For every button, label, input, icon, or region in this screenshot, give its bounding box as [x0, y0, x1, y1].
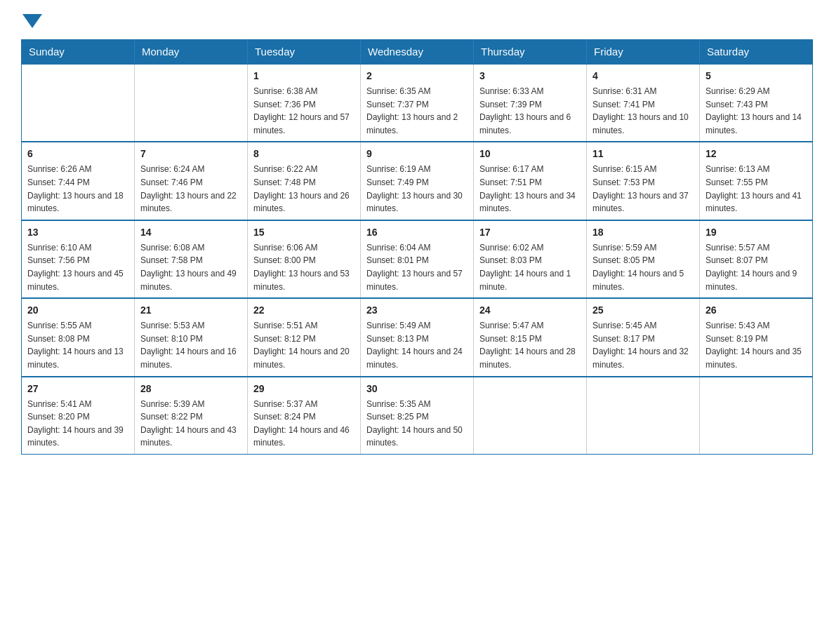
day-number: 23	[366, 303, 468, 318]
day-number: 25	[593, 303, 694, 318]
day-info: Sunrise: 6:04 AMSunset: 8:01 PMDaylight:…	[366, 241, 468, 293]
day-info: Sunrise: 6:02 AMSunset: 8:03 PMDaylight:…	[479, 241, 581, 293]
calendar-week-row: 13Sunrise: 6:10 AMSunset: 7:56 PMDayligh…	[22, 220, 813, 298]
calendar-week-row: 6Sunrise: 6:26 AMSunset: 7:44 PMDaylight…	[22, 142, 813, 220]
day-number: 13	[27, 225, 128, 240]
day-number: 29	[253, 382, 355, 396]
day-info: Sunrise: 5:45 AMSunset: 8:17 PMDaylight:…	[593, 319, 694, 371]
day-info: Sunrise: 6:19 AMSunset: 7:49 PMDaylight:…	[366, 163, 468, 215]
day-info: Sunrise: 6:31 AMSunset: 7:41 PMDaylight:…	[593, 85, 694, 137]
logo	[21, 14, 44, 28]
day-number: 27	[27, 382, 128, 396]
day-info: Sunrise: 6:26 AMSunset: 7:44 PMDaylight:…	[27, 163, 128, 215]
day-number: 26	[706, 303, 807, 318]
day-number: 12	[706, 147, 807, 161]
calendar-day-cell: 10Sunrise: 6:17 AMSunset: 7:51 PMDayligh…	[474, 142, 587, 220]
day-number: 10	[479, 147, 581, 161]
day-info: Sunrise: 6:10 AMSunset: 7:56 PMDaylight:…	[27, 241, 128, 293]
day-number: 28	[140, 382, 241, 396]
calendar-week-row: 27Sunrise: 5:41 AMSunset: 8:20 PMDayligh…	[22, 377, 813, 455]
calendar-day-cell: 18Sunrise: 5:59 AMSunset: 8:05 PMDayligh…	[587, 220, 700, 298]
calendar-day-cell: 22Sunrise: 5:51 AMSunset: 8:12 PMDayligh…	[248, 298, 361, 376]
day-info: Sunrise: 5:47 AMSunset: 8:15 PMDaylight:…	[479, 319, 581, 371]
day-of-week-header: Friday	[587, 40, 700, 65]
day-info: Sunrise: 5:57 AMSunset: 8:07 PMDaylight:…	[706, 241, 807, 293]
day-number: 15	[253, 225, 355, 240]
day-info: Sunrise: 6:38 AMSunset: 7:36 PMDaylight:…	[253, 85, 355, 137]
day-info: Sunrise: 5:39 AMSunset: 8:22 PMDaylight:…	[140, 398, 241, 450]
calendar-day-cell: 4Sunrise: 6:31 AMSunset: 7:41 PMDaylight…	[587, 64, 700, 142]
day-info: Sunrise: 6:35 AMSunset: 7:37 PMDaylight:…	[366, 85, 468, 137]
calendar-day-cell: 9Sunrise: 6:19 AMSunset: 7:49 PMDaylight…	[361, 142, 474, 220]
day-number: 24	[479, 303, 581, 318]
day-info: Sunrise: 6:15 AMSunset: 7:53 PMDaylight:…	[593, 163, 694, 215]
day-of-week-header: Monday	[135, 40, 248, 65]
calendar-day-cell: 13Sunrise: 6:10 AMSunset: 7:56 PMDayligh…	[22, 220, 135, 298]
calendar-day-cell	[700, 377, 813, 455]
day-info: Sunrise: 5:41 AMSunset: 8:20 PMDaylight:…	[27, 398, 128, 450]
day-of-week-header: Thursday	[474, 40, 587, 65]
calendar-day-cell: 15Sunrise: 6:06 AMSunset: 8:00 PMDayligh…	[248, 220, 361, 298]
day-number: 11	[593, 147, 694, 161]
calendar-day-cell	[22, 64, 135, 142]
day-number: 6	[27, 147, 128, 161]
day-of-week-header: Sunday	[22, 40, 135, 65]
calendar-day-cell: 6Sunrise: 6:26 AMSunset: 7:44 PMDaylight…	[22, 142, 135, 220]
calendar-header-row: SundayMondayTuesdayWednesdayThursdayFrid…	[22, 40, 813, 65]
day-number: 22	[253, 303, 355, 318]
day-info: Sunrise: 5:55 AMSunset: 8:08 PMDaylight:…	[27, 319, 128, 371]
day-number: 9	[366, 147, 468, 161]
day-info: Sunrise: 5:49 AMSunset: 8:13 PMDaylight:…	[366, 319, 468, 371]
calendar-day-cell	[587, 377, 700, 455]
calendar-day-cell: 23Sunrise: 5:49 AMSunset: 8:13 PMDayligh…	[361, 298, 474, 376]
day-number: 20	[27, 303, 128, 318]
calendar-day-cell: 11Sunrise: 6:15 AMSunset: 7:53 PMDayligh…	[587, 142, 700, 220]
day-info: Sunrise: 5:43 AMSunset: 8:19 PMDaylight:…	[706, 319, 807, 371]
calendar-day-cell: 26Sunrise: 5:43 AMSunset: 8:19 PMDayligh…	[700, 298, 813, 376]
day-number: 18	[593, 225, 694, 240]
day-number: 30	[366, 382, 468, 396]
day-number: 2	[366, 69, 468, 83]
day-number: 17	[479, 225, 581, 240]
calendar-day-cell: 28Sunrise: 5:39 AMSunset: 8:22 PMDayligh…	[135, 377, 248, 455]
day-info: Sunrise: 6:24 AMSunset: 7:46 PMDaylight:…	[140, 163, 241, 215]
calendar-day-cell: 30Sunrise: 5:35 AMSunset: 8:25 PMDayligh…	[361, 377, 474, 455]
calendar-day-cell: 20Sunrise: 5:55 AMSunset: 8:08 PMDayligh…	[22, 298, 135, 376]
calendar-day-cell: 24Sunrise: 5:47 AMSunset: 8:15 PMDayligh…	[474, 298, 587, 376]
day-number: 19	[706, 225, 807, 240]
calendar-day-cell: 5Sunrise: 6:29 AMSunset: 7:43 PMDaylight…	[700, 64, 813, 142]
day-number: 3	[479, 69, 581, 83]
calendar-day-cell: 21Sunrise: 5:53 AMSunset: 8:10 PMDayligh…	[135, 298, 248, 376]
calendar-day-cell: 1Sunrise: 6:38 AMSunset: 7:36 PMDaylight…	[248, 64, 361, 142]
calendar-week-row: 1Sunrise: 6:38 AMSunset: 7:36 PMDaylight…	[22, 64, 813, 142]
calendar-day-cell: 3Sunrise: 6:33 AMSunset: 7:39 PMDaylight…	[474, 64, 587, 142]
day-info: Sunrise: 6:33 AMSunset: 7:39 PMDaylight:…	[479, 85, 581, 137]
calendar-day-cell: 25Sunrise: 5:45 AMSunset: 8:17 PMDayligh…	[587, 298, 700, 376]
day-info: Sunrise: 5:51 AMSunset: 8:12 PMDaylight:…	[253, 319, 355, 371]
calendar-day-cell: 7Sunrise: 6:24 AMSunset: 7:46 PMDaylight…	[135, 142, 248, 220]
logo-triangle-icon	[22, 14, 42, 28]
day-number: 14	[140, 225, 241, 240]
calendar-week-row: 20Sunrise: 5:55 AMSunset: 8:08 PMDayligh…	[22, 298, 813, 376]
page-header	[21, 14, 813, 28]
calendar-day-cell	[135, 64, 248, 142]
day-info: Sunrise: 6:29 AMSunset: 7:43 PMDaylight:…	[706, 85, 807, 137]
day-number: 8	[253, 147, 355, 161]
calendar-day-cell: 14Sunrise: 6:08 AMSunset: 7:58 PMDayligh…	[135, 220, 248, 298]
day-info: Sunrise: 6:08 AMSunset: 7:58 PMDaylight:…	[140, 241, 241, 293]
day-info: Sunrise: 5:35 AMSunset: 8:25 PMDaylight:…	[366, 398, 468, 450]
calendar-day-cell: 2Sunrise: 6:35 AMSunset: 7:37 PMDaylight…	[361, 64, 474, 142]
day-of-week-header: Wednesday	[361, 40, 474, 65]
day-info: Sunrise: 6:17 AMSunset: 7:51 PMDaylight:…	[479, 163, 581, 215]
day-number: 5	[706, 69, 807, 83]
day-info: Sunrise: 6:06 AMSunset: 8:00 PMDaylight:…	[253, 241, 355, 293]
day-info: Sunrise: 5:59 AMSunset: 8:05 PMDaylight:…	[593, 241, 694, 293]
day-info: Sunrise: 5:53 AMSunset: 8:10 PMDaylight:…	[140, 319, 241, 371]
day-number: 16	[366, 225, 468, 240]
calendar-day-cell: 17Sunrise: 6:02 AMSunset: 8:03 PMDayligh…	[474, 220, 587, 298]
calendar-day-cell: 12Sunrise: 6:13 AMSunset: 7:55 PMDayligh…	[700, 142, 813, 220]
day-of-week-header: Tuesday	[248, 40, 361, 65]
day-info: Sunrise: 5:37 AMSunset: 8:24 PMDaylight:…	[253, 398, 355, 450]
calendar-day-cell: 8Sunrise: 6:22 AMSunset: 7:48 PMDaylight…	[248, 142, 361, 220]
day-number: 4	[593, 69, 694, 83]
